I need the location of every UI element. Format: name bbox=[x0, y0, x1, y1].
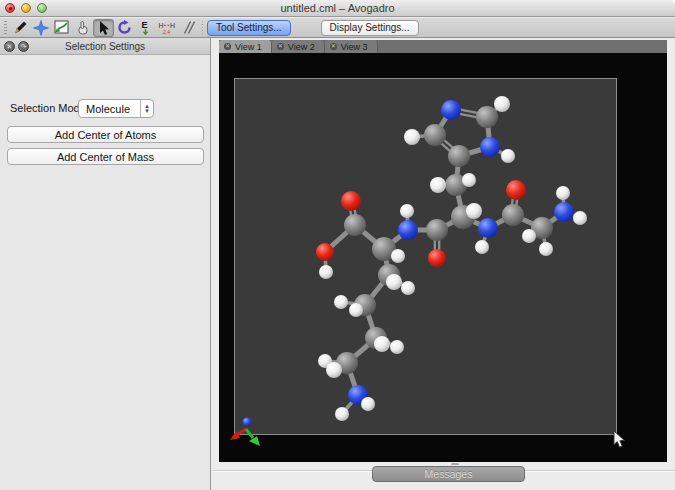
atom-N[interactable] bbox=[441, 100, 461, 120]
align-tool[interactable] bbox=[177, 19, 198, 37]
atom-H[interactable] bbox=[522, 229, 536, 243]
atom-H[interactable] bbox=[475, 240, 489, 254]
atom-O[interactable] bbox=[428, 249, 446, 267]
atom-H[interactable] bbox=[334, 295, 348, 309]
atom-H[interactable] bbox=[401, 281, 415, 295]
tab-close-icon[interactable]: ✕ bbox=[224, 43, 231, 50]
molecule-model[interactable] bbox=[219, 53, 667, 462]
atom-H[interactable] bbox=[326, 362, 342, 378]
draw-tool[interactable] bbox=[9, 19, 30, 37]
atom-N[interactable] bbox=[398, 220, 418, 240]
selection-mode-value: Molecule bbox=[79, 103, 140, 115]
atom-H[interactable] bbox=[374, 336, 390, 352]
atom-O[interactable] bbox=[506, 180, 526, 200]
atom-H[interactable] bbox=[462, 173, 476, 187]
panel-header: ✕ ↷ Selection Settings bbox=[0, 38, 210, 55]
bottom-bar: Messages bbox=[212, 462, 675, 490]
display-settings-button[interactable]: Display Settings... bbox=[321, 20, 419, 36]
toolbar: EHH2.4 Tool Settings... Display Settings… bbox=[0, 18, 675, 38]
add-center-of-mass-button[interactable]: Add Center of Mass bbox=[7, 148, 204, 165]
atom-H[interactable] bbox=[386, 274, 402, 290]
tab-close-icon[interactable]: ✕ bbox=[330, 43, 337, 50]
selection-settings-panel: ✕ ↷ Selection Settings Selection Mode: M… bbox=[0, 38, 211, 490]
atom-H[interactable] bbox=[494, 96, 510, 112]
selection-mode-dropdown[interactable]: Molecule ▲▼ bbox=[78, 99, 154, 118]
view-tab-bar: ✕View 1✕View 2✕View 3 bbox=[219, 40, 667, 53]
atom-C[interactable] bbox=[476, 106, 498, 128]
atom-C[interactable] bbox=[426, 219, 448, 241]
panel-title: Selection Settings bbox=[0, 41, 210, 52]
view-tab[interactable]: ✕View 3 bbox=[325, 40, 378, 53]
window-title: untitled.cml – Avogadro bbox=[0, 2, 675, 14]
tab-close-icon[interactable]: ✕ bbox=[277, 43, 284, 50]
bond-centric-manipulate-tool[interactable] bbox=[51, 19, 72, 37]
atom-H[interactable] bbox=[501, 149, 515, 163]
atom-H[interactable] bbox=[573, 211, 587, 225]
atom-H[interactable] bbox=[430, 177, 446, 193]
auto-rotate-tool[interactable] bbox=[114, 19, 135, 37]
atom-O[interactable] bbox=[316, 243, 334, 261]
selection-tool[interactable] bbox=[93, 19, 114, 37]
atom-N[interactable] bbox=[478, 218, 498, 238]
axis-indicator bbox=[230, 418, 260, 447]
atom-C[interactable] bbox=[448, 145, 470, 167]
measure-tool[interactable]: HH2.4 bbox=[156, 19, 177, 37]
manipulate-tool[interactable] bbox=[72, 19, 93, 37]
title-bar[interactable]: untitled.cml – Avogadro bbox=[0, 0, 675, 17]
atom-H[interactable] bbox=[400, 204, 414, 218]
add-center-of-atoms-button[interactable]: Add Center of Atoms bbox=[7, 126, 204, 143]
svg-text:H: H bbox=[170, 22, 175, 29]
atom-H[interactable] bbox=[404, 129, 420, 145]
atom-H[interactable] bbox=[391, 249, 405, 263]
atom-H[interactable] bbox=[349, 303, 363, 317]
atom-O[interactable] bbox=[341, 191, 361, 211]
view-tab-label: View 3 bbox=[341, 42, 368, 52]
svg-text:E: E bbox=[142, 20, 148, 30]
avogadro-window: untitled.cml – Avogadro EHH2.4 Tool Sett… bbox=[0, 0, 675, 490]
atom-N[interactable] bbox=[554, 202, 574, 222]
gl-viewport[interactable] bbox=[219, 53, 667, 462]
messages-button[interactable]: Messages bbox=[372, 466, 525, 482]
toolbar-drag-handle[interactable] bbox=[4, 21, 7, 35]
mouse-cursor bbox=[613, 430, 627, 449]
navigate-tool[interactable] bbox=[30, 19, 51, 37]
atom-H[interactable] bbox=[539, 242, 553, 256]
atom-H[interactable] bbox=[361, 397, 375, 411]
view-tab-label: View 1 bbox=[235, 42, 262, 52]
stepper-arrows-icon[interactable]: ▲▼ bbox=[140, 100, 153, 117]
view-tab[interactable]: ✕View 1 bbox=[219, 40, 272, 53]
toolbar-separator bbox=[200, 21, 204, 35]
svg-text:2.4: 2.4 bbox=[163, 29, 170, 35]
atom-C[interactable] bbox=[424, 124, 446, 146]
view-tab-label: View 2 bbox=[288, 42, 315, 52]
atom-H[interactable] bbox=[466, 203, 482, 219]
atom-C[interactable] bbox=[502, 204, 524, 226]
auto-optimize-tool[interactable]: E bbox=[135, 19, 156, 37]
atom-N[interactable] bbox=[480, 137, 500, 157]
tool-settings-button[interactable]: Tool Settings... bbox=[207, 20, 291, 36]
atom-H[interactable] bbox=[319, 265, 333, 279]
atom-C[interactable] bbox=[344, 214, 366, 236]
atom-H[interactable] bbox=[556, 186, 570, 200]
atom-H[interactable] bbox=[335, 407, 349, 421]
view-tab[interactable]: ✕View 2 bbox=[272, 40, 325, 53]
view-area: ✕View 1✕View 2✕View 3 bbox=[212, 38, 675, 490]
atom-H[interactable] bbox=[390, 340, 404, 354]
